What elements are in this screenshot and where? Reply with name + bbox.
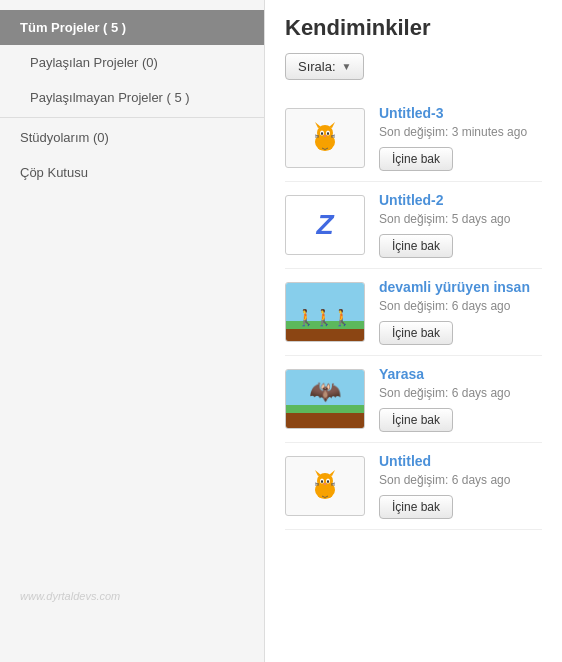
svg-point-22 [327, 480, 329, 483]
project-date: Son değişim: 5 days ago [379, 212, 542, 226]
svg-marker-18 [329, 470, 335, 476]
bat-scene: 🦇 [286, 370, 364, 428]
project-date: Son değişim: 3 minutes ago [379, 125, 542, 139]
view-project-button[interactable]: İçine bak [379, 495, 453, 519]
scratch-cat-icon [305, 466, 345, 506]
project-item: Untitled-3 Son değişim: 3 minutes ago İç… [285, 95, 542, 182]
project-date: Son değişim: 6 days ago [379, 386, 542, 400]
sidebar-item-label: Çöp Kutusu [20, 165, 88, 180]
svg-marker-17 [315, 470, 321, 476]
walk-figure: 🚶 [296, 308, 316, 327]
sidebar-item-trash[interactable]: Çöp Kutusu [0, 155, 264, 190]
sort-button[interactable]: Sırala: ▼ [285, 53, 364, 80]
project-thumbnail [285, 108, 365, 168]
project-thumbnail: 🚶 🚶 🚶 [285, 282, 365, 342]
svg-point-8 [324, 135, 327, 137]
svg-marker-2 [315, 122, 321, 128]
svg-marker-3 [329, 122, 335, 128]
project-item: Untitled Son değişim: 6 days ago İçine b… [285, 443, 542, 530]
page-title: Kendiminkiler [285, 15, 542, 41]
project-name: Yarasa [379, 366, 542, 382]
z-sprite-icon: Z [316, 209, 333, 241]
walk-figure: 🚶 [314, 308, 334, 327]
walk-scene: 🚶 🚶 🚶 [286, 283, 364, 341]
project-name: Untitled-2 [379, 192, 542, 208]
project-item: 🚶 🚶 🚶 devamli yürüyen insan Son değişim:… [285, 269, 542, 356]
project-info: Untitled-3 Son değişim: 3 minutes ago İç… [379, 105, 542, 171]
project-name: Untitled-3 [379, 105, 542, 121]
view-project-button[interactable]: İçine bak [379, 321, 453, 345]
scratch-cat-icon [305, 118, 345, 158]
project-thumbnail [285, 456, 365, 516]
project-date: Son değişim: 6 days ago [379, 473, 542, 487]
project-list: Untitled-3 Son değişim: 3 minutes ago İç… [285, 95, 542, 530]
project-item: Z Untitled-2 Son değişim: 5 days ago İçi… [285, 182, 542, 269]
project-name: devamli yürüyen insan [379, 279, 542, 295]
project-info: Untitled Son değişim: 6 days ago İçine b… [379, 453, 542, 519]
sidebar-item-shared-projects[interactable]: Paylaşılan Projeler (0) [0, 45, 264, 80]
svg-point-23 [324, 483, 327, 485]
project-info: Yarasa Son değişim: 6 days ago İçine bak [379, 366, 542, 432]
main-content: Kendiminkiler Sırala: ▼ [265, 0, 562, 662]
walk-figure: 🚶 [332, 308, 352, 327]
sidebar-divider [0, 117, 264, 118]
sidebar-item-unshared-projects[interactable]: Paylaşılmayan Projeler ( 5 ) [0, 80, 264, 115]
view-project-button[interactable]: İçine bak [379, 147, 453, 171]
view-project-button[interactable]: İçine bak [379, 234, 453, 258]
sort-arrow-icon: ▼ [342, 61, 352, 72]
svg-point-7 [327, 132, 329, 135]
sidebar-item-label: Paylaşılmayan Projeler ( 5 ) [30, 90, 190, 105]
project-info: devamli yürüyen insan Son değişim: 6 day… [379, 279, 542, 345]
bat-icon: 🦇 [309, 376, 341, 407]
sidebar-item-all-projects[interactable]: Tüm Projeler ( 5 ) [0, 10, 264, 45]
svg-point-6 [321, 132, 323, 135]
project-date: Son değişim: 6 days ago [379, 299, 542, 313]
sidebar-item-label: Stüdyolarım (0) [20, 130, 109, 145]
project-name: Untitled [379, 453, 542, 469]
watermark: www.dyrtaldevs.com [20, 590, 120, 602]
project-item: 🦇 Yarasa Son değişim: 6 days ago İçine b… [285, 356, 542, 443]
project-thumbnail: 🦇 [285, 369, 365, 429]
sidebar-item-label: Paylaşılan Projeler (0) [30, 55, 158, 70]
sort-label: Sırala: [298, 59, 336, 74]
view-project-button[interactable]: İçine bak [379, 408, 453, 432]
sort-bar: Sırala: ▼ [285, 53, 542, 80]
sidebar-item-label: Tüm Projeler ( 5 ) [20, 20, 126, 35]
sidebar-item-studios[interactable]: Stüdyolarım (0) [0, 120, 264, 155]
sidebar: Tüm Projeler ( 5 ) Paylaşılan Projeler (… [0, 0, 265, 662]
project-info: Untitled-2 Son değişim: 5 days ago İçine… [379, 192, 542, 258]
svg-point-21 [321, 480, 323, 483]
project-thumbnail: Z [285, 195, 365, 255]
